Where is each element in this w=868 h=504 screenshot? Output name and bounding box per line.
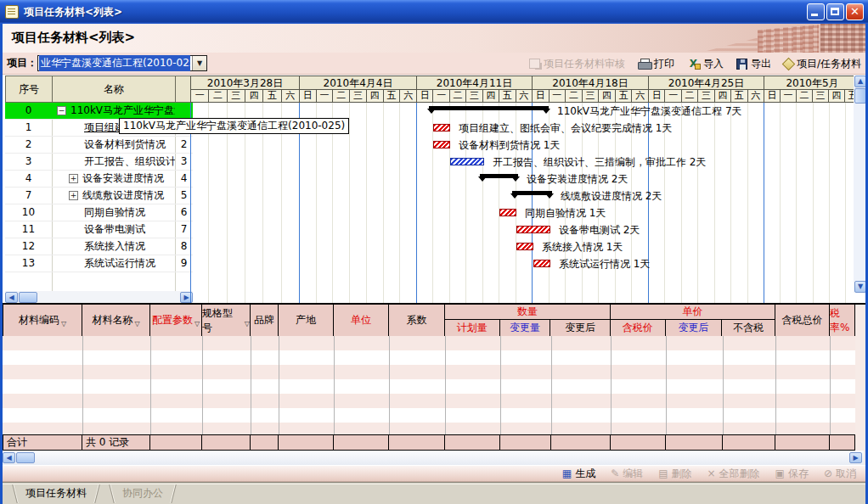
footer-cell [666, 435, 723, 450]
delete-icon: ▤ [658, 468, 668, 479]
column-header[interactable]: 材料名称▽ [82, 305, 150, 336]
table-horizontal-scrollbar[interactable]: ◀ ▶ [3, 451, 864, 465]
column-header[interactable]: 品牌 [251, 305, 279, 336]
task-row-2[interactable]: 2设备材料到货情况2 [5, 137, 193, 154]
week-header: 2010年4月18日日一二三四五六 [532, 76, 648, 103]
day-cell: 一 [190, 90, 208, 103]
expand-icon[interactable]: + [69, 174, 78, 183]
task-row-7[interactable]: 7+线缆敷设进度情况5 [5, 188, 193, 204]
footer-total-label: 合计 [3, 435, 82, 450]
footer-cell [389, 435, 445, 450]
task-row-11[interactable]: 11设备带电测试7 [5, 221, 193, 238]
delete-all-icon: × [707, 468, 716, 479]
column-header[interactable]: 变更量 [500, 320, 551, 336]
scroll-right-icon[interactable]: ▶ [849, 452, 862, 463]
day-cell: 六 [631, 90, 648, 103]
task-name-cell: 设备带电测试 [52, 221, 175, 238]
gantt-task-bar[interactable] [433, 124, 450, 132]
column-header[interactable]: 含税总价 [775, 305, 830, 336]
footer-cell [150, 435, 202, 450]
gantt-task-bar[interactable] [516, 243, 533, 250]
gantt-bar-label: 开工报告、组织设计、三措编制，审批工作 2天 [493, 155, 706, 170]
export-button[interactable]: 导出 [736, 57, 771, 71]
gantt-task-bar[interactable] [499, 209, 516, 216]
gantt-task-bar[interactable] [516, 226, 550, 233]
cancel-icon: ⊘ [824, 468, 832, 479]
task-row-0[interactable]: 0−110kV马龙产业华宁盘溪变通信工程(2010-025) [5, 103, 193, 120]
column-header-label: 材料编码 [19, 313, 59, 328]
gantt-summary-bar[interactable] [512, 191, 552, 195]
tab-collaboration[interactable]: 协同办公 [109, 484, 177, 503]
task-row-12[interactable]: 12系统接入情况8 [5, 238, 193, 255]
column-header[interactable]: 单位 [334, 305, 389, 336]
task-tree: 序号 名称 0−110kV马龙产业华宁盘溪变通信工程(2010-025)1项目组… [0, 75, 190, 303]
scroll-thumb[interactable] [854, 88, 866, 104]
generate-button[interactable]: ▦生成 [562, 467, 595, 481]
expand-icon[interactable]: + [69, 191, 78, 200]
toolbar: 项目： 业华宁盘溪变通信工程(2010-025) ▼ 项目任务材料审核打印导入导… [0, 53, 868, 75]
task-row-10[interactable]: 10同期自验情况6 [5, 204, 193, 221]
scroll-up-icon[interactable]: ▲ [854, 76, 866, 87]
column-header[interactable]: 配置参数▽ [150, 305, 202, 336]
scroll-left-icon[interactable]: ◀ [5, 292, 18, 303]
task-row-13[interactable]: 13系统试运行情况9 [5, 255, 193, 272]
task-tooltip: 110kV马龙产业华宁盘溪变通信工程(2010-025) [119, 118, 349, 134]
maximize-button[interactable] [826, 3, 844, 20]
week-label: 2010年5月 [764, 76, 854, 90]
gantt-task-bar[interactable] [533, 260, 550, 267]
day-cell: 五 [499, 90, 515, 103]
column-header[interactable]: 系数 [389, 305, 445, 336]
materials-table-header: 材料编码▽材料名称▽配置参数▽规格型号▽品牌产地单位系数数量计划量变更量变更后单… [3, 305, 855, 336]
tab-project-task-material[interactable]: 项目任务材料 [12, 484, 100, 503]
column-header[interactable]: 材料编码▽ [3, 305, 82, 336]
minimize-icon [811, 14, 818, 16]
gantt-summary-bar[interactable] [429, 106, 549, 110]
gantt-task-bar[interactable] [450, 158, 484, 165]
print-button[interactable]: 打印 [638, 57, 674, 71]
day-cell: 二 [208, 90, 226, 103]
column-header[interactable]: 计划量 [445, 320, 500, 336]
day-cell: 一 [316, 90, 333, 103]
day-cell: 日 [299, 90, 316, 103]
collapse-icon[interactable]: − [57, 106, 66, 115]
column-header[interactable]: 含税价 [611, 320, 666, 336]
scroll-left-icon[interactable]: ◀ [3, 452, 15, 463]
column-header[interactable]: 变更后 [550, 320, 610, 336]
chevron-down-icon[interactable]: ▼ [192, 56, 206, 70]
materials-table-body [3, 336, 855, 434]
close-button[interactable]: ✕ [846, 3, 864, 20]
seq-column-header[interactable]: 序号 [5, 76, 52, 103]
day-cell: 六 [516, 90, 532, 103]
gantt-bar-label: 系统试运行情况 1天 [559, 257, 650, 272]
task-name: 线缆敷设进度情况 [82, 188, 164, 204]
column-header[interactable]: 产地 [279, 305, 334, 336]
gantt-summary-bar[interactable] [480, 174, 518, 178]
column-header[interactable]: 变更后 [666, 320, 723, 336]
task-name: 系统接入情况 [84, 238, 145, 255]
save-button: ▣保存 [775, 467, 809, 481]
minimize-button[interactable] [807, 3, 825, 20]
project-task-material-button[interactable]: 项目/任务材料 [784, 57, 861, 71]
scroll-thumb[interactable] [19, 292, 37, 303]
week-header: 2010年4月11日日一二三四五六 [416, 76, 532, 103]
task-row-4[interactable]: 4+设备安装进度情况4 [5, 171, 193, 188]
scroll-down-icon[interactable]: ▼ [854, 281, 866, 293]
column-header[interactable]: 税率% [830, 305, 855, 336]
column-header[interactable]: 规格型号▽ [202, 305, 251, 336]
week-label: 2010年4月4日 [299, 76, 416, 90]
day-cell: 四 [366, 90, 383, 103]
tree-horizontal-scrollbar[interactable]: ◀ ▶ [5, 291, 193, 303]
task-row-3[interactable]: 3开工报告、组织设计、三措编制，审批工作3 [5, 154, 193, 171]
column-header[interactable]: 不含税 [722, 320, 775, 336]
project-select[interactable]: 业华宁盘溪变通信工程(2010-025) ▼ [37, 55, 207, 71]
name-column-header[interactable]: 名称 [52, 76, 175, 103]
toolbar-button-label: 项目任务材料审核 [544, 57, 625, 71]
scroll-thumb[interactable] [16, 452, 35, 463]
generate-icon: ▦ [562, 468, 572, 479]
column-header-label: 系数 [407, 313, 427, 328]
import-button[interactable]: 导入 [687, 57, 724, 71]
close-icon: ✕ [847, 5, 863, 18]
materials-table-footer: 合计共 0 记录 [3, 434, 855, 451]
gantt-task-bar[interactable] [433, 141, 450, 148]
day-cell: 一 [780, 90, 796, 103]
